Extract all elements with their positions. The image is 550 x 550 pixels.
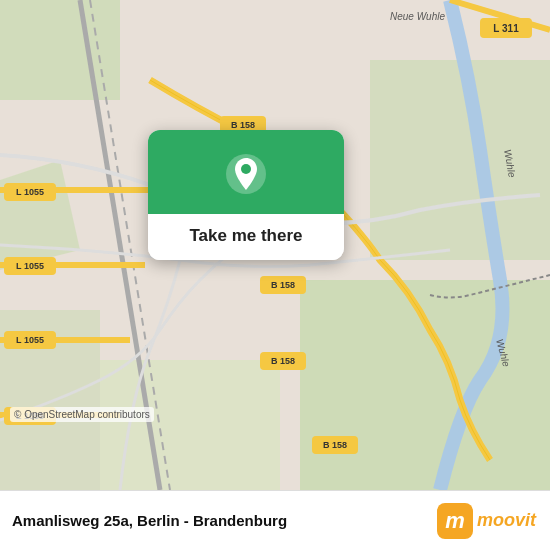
popup-card: Take me there xyxy=(148,130,344,260)
bottom-bar: Amanlisweg 25a, Berlin - Brandenburg m m… xyxy=(0,490,550,550)
svg-point-35 xyxy=(241,164,251,174)
svg-rect-6 xyxy=(100,360,280,490)
svg-text:B 158: B 158 xyxy=(323,440,347,450)
address-section: Amanlisweg 25a, Berlin - Brandenburg xyxy=(12,512,287,529)
copyright-notice: © OpenStreetMap contributors xyxy=(10,407,154,422)
svg-text:L 311: L 311 xyxy=(493,23,519,34)
moovit-logo[interactable]: m moovit xyxy=(437,503,536,539)
take-me-there-button[interactable]: Take me there xyxy=(189,226,302,246)
map-container: L 311 L 1055 L 1055 L 1055 L 1055 B 158 … xyxy=(0,0,550,490)
svg-text:L 1055: L 1055 xyxy=(16,335,44,345)
svg-text:B 158: B 158 xyxy=(271,356,295,366)
svg-rect-3 xyxy=(370,60,550,260)
svg-text:Neue Wuhle: Neue Wuhle xyxy=(390,11,445,22)
svg-text:B 158: B 158 xyxy=(231,120,255,130)
svg-rect-2 xyxy=(300,280,550,490)
svg-text:L 1055: L 1055 xyxy=(16,261,44,271)
popup-bottom[interactable]: Take me there xyxy=(148,214,344,260)
popup-top xyxy=(148,130,344,214)
moovit-text: moovit xyxy=(477,510,536,531)
address-line: Amanlisweg 25a, Berlin - Brandenburg xyxy=(12,512,287,529)
moovit-icon: m xyxy=(437,503,473,539)
svg-text:B 158: B 158 xyxy=(271,280,295,290)
svg-text:L 1055: L 1055 xyxy=(16,187,44,197)
svg-rect-1 xyxy=(0,0,120,100)
location-pin-icon xyxy=(224,152,268,196)
